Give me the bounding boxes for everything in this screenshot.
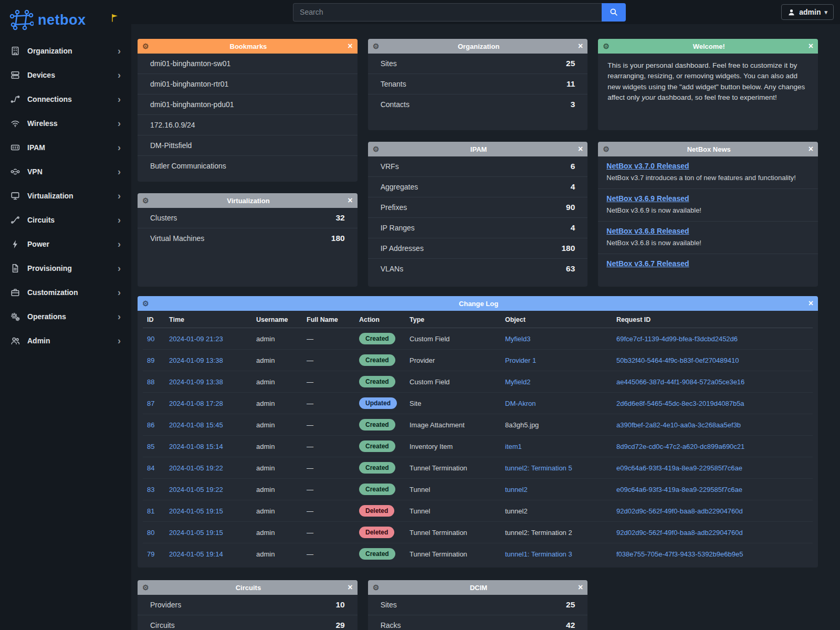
changelog-object-link[interactable]: Provider 1 [505,356,536,364]
changelog-request-id-link[interactable]: e09c64a6-93f3-419a-8ea9-229585f7c6ae [616,464,742,472]
changelog-id-link[interactable]: 86 [147,421,154,429]
changelog-request-id-link[interactable]: f038e755-705e-47f3-9433-5392b9e6b9e5 [616,550,743,558]
stat-value-link[interactable]: 4 [571,223,575,233]
changelog-request-id-link[interactable]: 69fce7cf-1139-4d99-bfea-f3dcbd2452d6 [616,335,738,343]
stat-label-link[interactable]: VLANs [381,265,404,273]
widget-config-icon[interactable]: ⚙ [603,145,610,153]
stat-value-link[interactable]: 25 [566,600,575,610]
stat-label-link[interactable]: Clusters [150,214,177,222]
changelog-id-link[interactable]: 83 [147,486,154,494]
changelog-object-link[interactable]: tunnel2 [505,486,528,494]
changelog-request-id-link[interactable]: ae445066-387d-44f1-9084-572a05ce3e16 [616,378,744,386]
changelog-request-id-link[interactable]: 2d6d6e8f-5465-45dc-8ec3-2019d4087b5a [616,400,744,407]
changelog-object-link[interactable]: Myfield3 [505,335,530,343]
changelog-object-link[interactable]: DM-Akron [505,400,536,407]
sidebar-item-ipam[interactable]: IPAM › [0,135,131,160]
widget-close-icon[interactable]: × [348,196,352,205]
bookmark-link[interactable]: DM-Pittsfield [138,135,358,155]
changelog-request-id-link[interactable]: 8d9cd72e-cd0c-47c2-a620-dc899a690c21 [616,443,744,450]
widget-close-icon[interactable]: × [348,42,352,50]
sidebar-item-wireless[interactable]: Wireless › [0,111,131,135]
sidebar-item-organization[interactable]: Organization › [0,39,131,63]
sidebar-item-admin[interactable]: Admin › [0,329,131,353]
bookmark-link[interactable]: dmi01-binghamton-pdu01 [138,94,358,114]
stat-label-link[interactable]: VRFs [381,162,399,171]
stat-value-link[interactable]: 10 [335,600,344,610]
widget-config-icon[interactable]: ⚙ [603,43,610,50]
changelog-id-link[interactable]: 90 [147,335,154,343]
changelog-time-link[interactable]: 2024-01-08 15:14 [169,443,223,450]
stat-label-link[interactable]: Virtual Machines [150,234,204,243]
changelog-id-link[interactable]: 80 [147,529,154,537]
changelog-time-link[interactable]: 2024-01-09 21:23 [169,335,223,343]
stat-value-link[interactable]: 25 [566,59,575,68]
stat-value-link[interactable]: 6 [571,162,575,171]
stat-value-link[interactable]: 180 [561,244,575,253]
stat-value-link[interactable]: 32 [335,213,344,223]
changelog-object-link[interactable]: tunnel2: Termination 5 [505,464,572,472]
stat-label-link[interactable]: Racks [381,621,401,629]
widget-config-icon[interactable]: ⚙ [142,43,149,50]
sidebar-item-operations[interactable]: Operations › [0,304,131,329]
news-headline-link[interactable]: NetBox v3.6.7 Released [606,259,689,268]
widget-close-icon[interactable]: × [348,583,352,592]
stat-label-link[interactable]: IP Ranges [381,224,415,232]
bookmark-flag-icon[interactable] [111,14,119,22]
changelog-request-id-link[interactable]: e09c64a6-93f3-419a-8ea9-229585f7c6ae [616,486,742,494]
sidebar-item-provisioning[interactable]: Provisioning › [0,256,131,280]
widget-close-icon[interactable]: × [578,42,583,50]
changelog-request-id-link[interactable]: 92d02d9c-562f-49f0-baa8-adb22904760d [616,507,743,515]
stat-label-link[interactable]: Circuits [150,621,175,629]
stat-value-link[interactable]: 180 [331,234,345,243]
stat-label-link[interactable]: Providers [150,601,181,609]
widget-config-icon[interactable]: ⚙ [373,43,380,50]
widget-config-icon[interactable]: ⚙ [373,145,380,153]
stat-value-link[interactable]: 11 [566,79,575,89]
news-headline-link[interactable]: NetBox v3.6.8 Released [606,227,689,235]
widget-close-icon[interactable]: × [578,583,583,592]
changelog-id-link[interactable]: 89 [147,356,154,364]
changelog-id-link[interactable]: 79 [147,550,154,558]
changelog-object-link[interactable]: tunnel1: Termination 3 [505,550,572,558]
stat-label-link[interactable]: Sites [381,601,397,609]
changelog-id-link[interactable]: 84 [147,464,154,472]
stat-label-link[interactable]: Prefixes [381,203,407,212]
changelog-id-link[interactable]: 85 [147,443,154,450]
news-headline-link[interactable]: NetBox v3.7.0 Released [606,162,689,170]
stat-label-link[interactable]: Aggregates [381,183,418,191]
widget-close-icon[interactable]: × [808,42,813,50]
changelog-time-link[interactable]: 2024-01-09 13:38 [169,378,223,386]
sidebar-item-power[interactable]: Power › [0,232,131,256]
changelog-request-id-link[interactable]: a390fbef-2a82-4e10-aa0a-3c268aa5ef3b [616,421,741,429]
bookmark-link[interactable]: Butler Communications [138,155,358,176]
sidebar-item-circuits[interactable]: Circuits › [0,208,131,232]
sidebar-item-devices[interactable]: Devices › [0,63,131,87]
stat-label-link[interactable]: Sites [381,59,397,68]
changelog-object-link[interactable]: item1 [505,443,522,450]
stat-value-link[interactable]: 42 [566,621,575,630]
stat-label-link[interactable]: Tenants [381,80,406,88]
bookmark-link[interactable]: dmi01-binghamton-rtr01 [138,74,358,94]
changelog-id-link[interactable]: 87 [147,400,154,407]
changelog-request-id-link[interactable]: 50b32f40-5464-4f9c-b83f-0ef270489410 [616,356,739,364]
sidebar-item-virtualization[interactable]: Virtualization › [0,184,131,208]
brand-logo[interactable]: netbox [0,0,131,39]
changelog-time-link[interactable]: 2024-01-05 19:15 [169,529,223,537]
bookmark-link[interactable]: dmi01-binghamton-sw01 [138,54,358,74]
bookmark-link[interactable]: 172.16.0.9/24 [138,114,358,135]
changelog-id-link[interactable]: 81 [147,507,154,515]
widget-config-icon[interactable]: ⚙ [373,584,380,591]
stat-value-link[interactable]: 29 [335,621,344,630]
sidebar-item-vpn[interactable]: VPN › [0,160,131,184]
stat-label-link[interactable]: IP Addresses [381,244,424,253]
stat-value-link[interactable]: 4 [571,182,575,192]
news-headline-link[interactable]: NetBox v3.6.9 Released [606,194,689,203]
sidebar-item-customization[interactable]: Customization › [0,280,131,304]
user-menu-button[interactable]: admin ▾ [781,4,834,20]
changelog-time-link[interactable]: 2024-01-05 19:15 [169,507,223,515]
changelog-id-link[interactable]: 88 [147,378,154,386]
widget-close-icon[interactable]: × [578,145,583,153]
widget-close-icon[interactable]: × [808,299,813,308]
widget-config-icon[interactable]: ⚙ [142,197,149,204]
changelog-time-link[interactable]: 2024-01-05 19:22 [169,486,223,494]
